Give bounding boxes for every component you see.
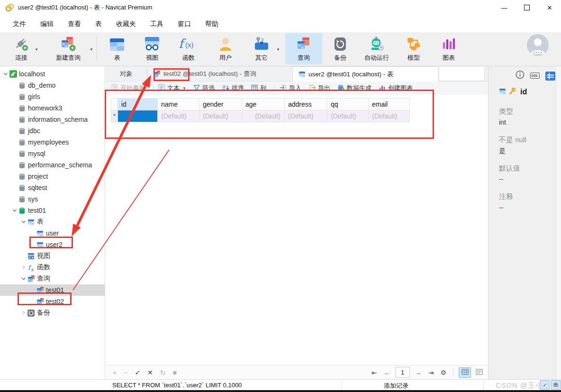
tree-item-视图[interactable]: 视图 xyxy=(0,250,105,262)
avatar[interactable] xyxy=(527,34,549,56)
sort-button[interactable]: 排序 xyxy=(222,84,244,92)
function-button[interactable]: f(x)函数 xyxy=(171,33,207,64)
tab-table-user2[interactable]: user2 @test01 (localhost) - 表 xyxy=(293,66,439,82)
chevron-right-icon[interactable] xyxy=(20,264,27,271)
others-button[interactable]: 其它▼ xyxy=(244,33,280,64)
data-grid[interactable]: idnamegenderageaddressqqemail*(Default)(… xyxy=(111,98,410,122)
new-query-button[interactable]: 新建查询▼ xyxy=(44,33,93,64)
query-button[interactable]: 查询 xyxy=(285,33,322,64)
discard-changes-icon[interactable]: ✕ xyxy=(147,369,153,376)
tree-item-函数[interactable]: fx函数 xyxy=(0,262,105,273)
cell-name[interactable]: (Default) xyxy=(158,110,199,122)
tree-item-localhost[interactable]: localhost xyxy=(0,68,105,80)
info-icon[interactable] xyxy=(516,70,525,81)
cell-gender[interactable]: (Default) xyxy=(199,110,242,122)
column-header-email[interactable]: email xyxy=(369,99,410,110)
column-header-gender[interactable]: gender xyxy=(199,99,242,110)
cell-email[interactable]: (Default) xyxy=(369,110,410,122)
menu-item-2[interactable]: 查看 xyxy=(61,15,88,32)
view-button[interactable]: 视图 xyxy=(135,33,170,64)
apply-changes-icon[interactable]: ✓ xyxy=(135,369,140,376)
menu-item-4[interactable]: 收藏夹 xyxy=(109,15,143,32)
first-page-icon[interactable]: ⇤ xyxy=(371,369,377,376)
next-page-icon[interactable]: → xyxy=(415,369,422,376)
text-button[interactable]: 文本▼ xyxy=(158,84,186,92)
user-button[interactable]: 用户 xyxy=(208,33,243,64)
stop-icon[interactable]: ■ xyxy=(173,369,177,376)
chevron-down-icon[interactable] xyxy=(20,275,27,283)
prev-page-icon[interactable]: ← xyxy=(384,369,390,376)
settings-gear-icon[interactable]: ⚙ xyxy=(440,369,446,376)
tree-item-db_demo[interactable]: db_demo xyxy=(0,80,105,91)
scrollbar[interactable] xyxy=(556,66,561,379)
chevron-right-icon[interactable] xyxy=(20,309,27,317)
import-button[interactable]: 导入 xyxy=(280,84,301,92)
tree-item-information_schema[interactable]: information_schema xyxy=(0,114,105,125)
last-page-icon[interactable]: ⇥ xyxy=(428,369,434,376)
maximize-button[interactable] xyxy=(516,0,538,15)
tree-item-test02[interactable]: test02 xyxy=(0,296,105,307)
chevron-down-icon[interactable]: ▼ xyxy=(276,47,280,52)
cell-age[interactable]: (Default) xyxy=(242,110,285,122)
menu-item-6[interactable]: 窗口 xyxy=(171,15,198,32)
grid-view-button[interactable] xyxy=(459,367,471,378)
tree-item-mysql[interactable]: mysql xyxy=(0,148,105,159)
tree-item-查询[interactable]: 查询 xyxy=(0,273,105,284)
chevron-down-icon[interactable]: ▼ xyxy=(35,47,38,52)
tree-item-girls[interactable]: girls xyxy=(0,91,105,102)
close-button[interactable]: ✕ xyxy=(538,0,561,15)
menu-item-3[interactable]: 表 xyxy=(88,15,109,32)
filter-button[interactable]: 筛选 xyxy=(193,84,215,92)
tree-item-performance_schema[interactable]: performance_schema xyxy=(0,159,105,171)
page-number-input[interactable]: 1 xyxy=(396,367,410,378)
column-header-name[interactable]: name xyxy=(158,99,199,110)
column-header-id[interactable]: id xyxy=(118,99,158,110)
tree-item-sys[interactable]: sys xyxy=(0,193,105,205)
delete-record-icon[interactable]: − xyxy=(124,369,127,376)
menu-item-5[interactable]: 工具 xyxy=(143,15,171,32)
ddl-icon[interactable]: DDL xyxy=(530,73,540,79)
tree-item-user[interactable]: user xyxy=(0,228,105,239)
form-view-button[interactable] xyxy=(473,367,485,378)
automation-button[interactable]: 自动运行 xyxy=(357,33,396,64)
tree-item-myemployees[interactable]: myemployees xyxy=(0,137,105,148)
backup-button[interactable]: 备份 xyxy=(323,33,357,64)
refresh-icon[interactable]: ↻ xyxy=(160,369,166,376)
add-record-icon[interactable]: + xyxy=(113,369,117,376)
tree-item-test01[interactable]: test01 xyxy=(0,284,105,296)
create-chart-button[interactable]: 创建图表 xyxy=(379,84,413,92)
chevron-down-icon[interactable] xyxy=(20,218,27,226)
tree-item-project[interactable]: project xyxy=(0,171,105,182)
tab-objects[interactable]: 对象 xyxy=(106,66,147,82)
menu-item-1[interactable]: 编辑 xyxy=(33,15,61,32)
cell-address[interactable]: (Default) xyxy=(285,110,327,122)
data-generation-button[interactable]: 数据生成 xyxy=(337,84,371,92)
column-header-address[interactable]: address xyxy=(285,99,327,110)
tree-item-homework3[interactable]: homework3 xyxy=(0,102,105,114)
columns-button[interactable]: 列 xyxy=(251,84,266,92)
chevron-down-icon[interactable]: ▼ xyxy=(90,47,93,52)
column-header-qq[interactable]: qq xyxy=(327,99,369,110)
column-header-age[interactable]: age xyxy=(242,99,285,110)
tree-item-表[interactable]: 表 xyxy=(0,216,105,228)
grid-panel-icon[interactable] xyxy=(545,72,555,80)
tree-item-jdbc[interactable]: jdbc xyxy=(0,125,105,137)
chart-button[interactable]: 图表 xyxy=(431,33,466,64)
chevron-down-icon[interactable] xyxy=(11,207,18,214)
tree-item-test01[interactable]: test01 xyxy=(0,205,105,216)
tree-item-user2[interactable]: user2 xyxy=(0,239,105,250)
menu-item-0[interactable]: 文件 xyxy=(6,15,33,32)
export-button[interactable]: 导出 xyxy=(308,84,330,92)
tree-item-sqltest[interactable]: sqltest xyxy=(0,182,105,193)
begin-transaction-button[interactable]: 开始事务 xyxy=(111,84,145,92)
minimize-button[interactable]: — xyxy=(493,0,516,15)
tree-item-备份[interactable]: 备份 xyxy=(0,307,105,319)
cell-qq[interactable]: (Default) xyxy=(327,110,369,122)
table-button[interactable]: 表 xyxy=(100,33,134,64)
chevron-down-icon[interactable]: ▼ xyxy=(182,86,186,91)
connect-button[interactable]: 连接▼ xyxy=(5,33,38,64)
tab-query-test02[interactable]: test02 @test01 (localhost) - 查询 xyxy=(147,66,293,82)
model-button[interactable]: 模型 xyxy=(397,33,430,64)
chevron-down-icon[interactable] xyxy=(2,70,9,78)
cell-id[interactable] xyxy=(118,110,158,122)
